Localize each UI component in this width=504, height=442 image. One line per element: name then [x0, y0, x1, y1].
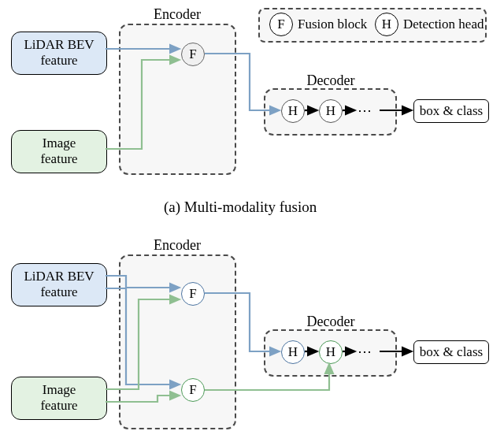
image-feature-a: Image feature	[11, 130, 107, 173]
ellipsis-b: ⋯	[358, 343, 373, 360]
output-b: box & class	[413, 340, 489, 364]
head-node-a1: H	[281, 99, 305, 123]
legend-head-label: Detection head	[403, 17, 484, 32]
lidar-feature-a: LiDAR BEV feature	[11, 32, 107, 75]
ellipsis-a: ⋯	[358, 102, 373, 119]
head-node-a2: H	[319, 99, 343, 123]
legend-fusion-label: Fusion block	[298, 17, 367, 32]
fusion-node-b-image: F	[181, 378, 205, 402]
fusion-node-b-lidar: F	[181, 282, 205, 306]
head-node-b-lidar: H	[281, 340, 305, 364]
decoder-label-a: Decoder	[299, 72, 362, 89]
encoder-box-a	[119, 24, 236, 175]
encoder-label-b: Encoder	[146, 237, 209, 254]
legend-fusion-icon: F	[269, 13, 293, 36]
decoder-label-b: Decoder	[299, 314, 362, 330]
fusion-node-a: F	[181, 43, 205, 66]
legend-head-icon: H	[375, 13, 398, 36]
encoder-label-a: Encoder	[146, 6, 209, 23]
encoder-box-b	[119, 254, 236, 429]
caption-a: (a) Multi-modality fusion	[164, 199, 317, 216]
head-node-b-image: H	[319, 340, 343, 364]
lidar-feature-b: LiDAR BEV feature	[11, 263, 107, 306]
output-a: box & class	[413, 99, 489, 123]
image-feature-b: Image feature	[11, 377, 107, 420]
